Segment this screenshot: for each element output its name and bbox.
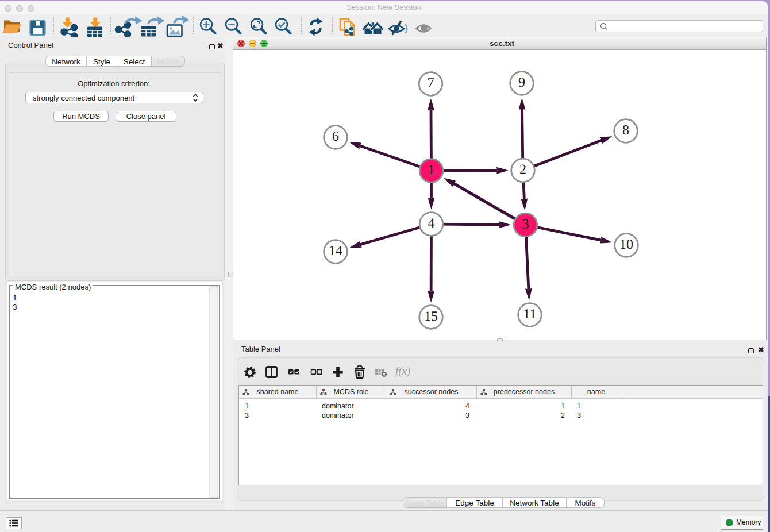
svg-text:11: 11 <box>523 306 536 321</box>
svg-text:8: 8 <box>622 122 629 137</box>
svg-text:9: 9 <box>518 75 525 90</box>
svg-text:15: 15 <box>424 309 438 323</box>
svg-text:2: 2 <box>519 162 526 177</box>
svg-text:1: 1 <box>428 162 435 177</box>
svg-text:14: 14 <box>329 243 342 258</box>
svg-text:4: 4 <box>428 215 434 230</box>
svg-text:6: 6 <box>332 129 339 144</box>
svg-text:10: 10 <box>619 237 633 252</box>
svg-text:3: 3 <box>522 217 529 232</box>
svg-text:7: 7 <box>428 75 434 90</box>
